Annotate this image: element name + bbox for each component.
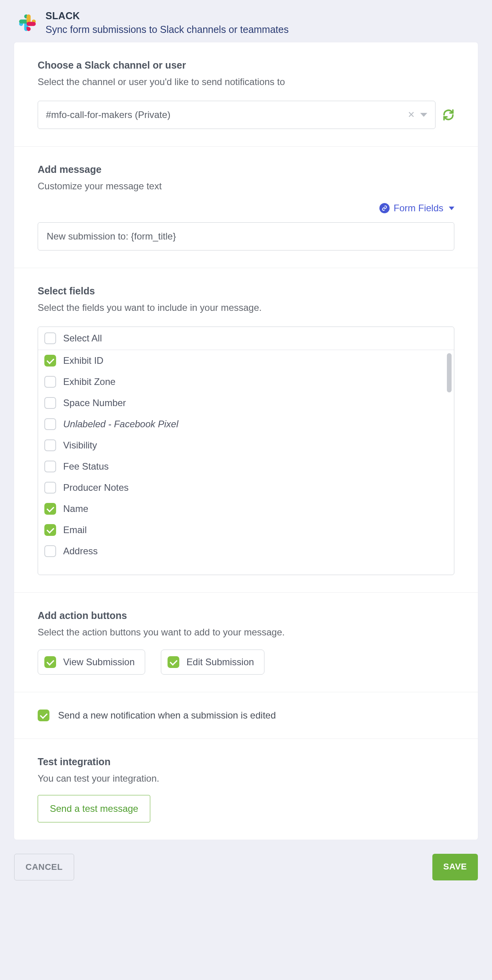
actions-title: Add action buttons [38,610,454,621]
action-checkbox[interactable] [168,656,179,668]
integration-subtitle: Sync form submissions to Slack channels … [46,24,289,35]
message-subtitle: Customize your message text [38,181,454,192]
action-label: Edit Submission [186,657,254,668]
clear-icon[interactable]: ✕ [408,110,415,120]
slack-logo-icon [16,11,36,31]
form-fields-dropdown[interactable]: Form Fields [38,203,454,214]
field-checkbox[interactable] [44,418,56,430]
field-checkbox[interactable] [44,355,56,367]
integration-title: SLACK [46,10,289,22]
field-checkbox[interactable] [44,482,56,494]
action-button-option[interactable]: View Submission [38,650,145,675]
fields-title: Select fields [38,285,454,297]
message-title: Add message [38,164,454,175]
channel-subtitle: Select the channel or user you'd like to… [38,76,454,87]
action-button-option[interactable]: Edit Submission [161,650,264,675]
field-label: Producer Notes [63,482,129,493]
field-item: Visibility [38,435,454,456]
section-fields: Select fields Select the fields you want… [14,268,478,593]
section-channel: Choose a Slack channel or user Select th… [14,42,478,147]
refresh-icon[interactable] [443,109,454,121]
test-title: Test integration [38,756,454,768]
notify-on-edit-checkbox[interactable] [38,710,49,721]
field-item: Address [38,541,454,562]
field-label: Fee Status [63,461,109,472]
field-item: Exhibit Zone [38,371,454,392]
field-label: Email [63,524,87,535]
field-checkbox[interactable] [44,545,56,557]
section-notify: Send a new notification when a submissio… [14,692,478,739]
field-label: Visibility [63,440,97,451]
integration-header: SLACK Sync form submissions to Slack cha… [14,8,478,42]
message-input[interactable]: New submission to: {form_title} [38,222,454,250]
field-item: Space Number [38,392,454,414]
field-label: Space Number [63,397,126,408]
field-checkbox[interactable] [44,376,56,388]
fields-subtitle: Select the fields you want to include in… [38,302,454,313]
select-all-checkbox[interactable] [44,332,56,344]
channel-selected-value: #mfo-call-for-makers (Private) [46,109,170,120]
save-button[interactable]: SAVE [432,854,478,880]
section-test: Test integration You can test your integ… [14,739,478,840]
scrollbar-thumb[interactable] [447,353,452,392]
actions-subtitle: Select the action buttons you want to ad… [38,627,454,638]
field-checkbox[interactable] [44,524,56,536]
field-item: Email [38,519,454,541]
notify-on-edit-label: Send a new notification when a submissio… [58,710,276,721]
channel-select[interactable]: #mfo-call-for-makers (Private) ✕ [38,101,436,129]
send-test-button[interactable]: Send a test message [38,795,150,822]
action-checkbox[interactable] [44,656,56,668]
channel-title: Choose a Slack channel or user [38,60,454,71]
chevron-down-icon[interactable] [420,113,427,117]
section-actions: Add action buttons Select the action but… [14,593,478,692]
link-icon [379,203,390,213]
field-label: Address [63,546,98,557]
test-subtitle: You can test your integration. [38,773,454,784]
section-message: Add message Customize your message text … [14,147,478,268]
field-label: Exhibit ID [63,355,104,366]
field-label: Exhibit Zone [63,376,115,387]
field-item: Unlabeled - Facebook Pixel [38,414,454,435]
field-item: Exhibit ID [38,350,454,371]
field-item: Fee Status [38,456,454,477]
field-item: Name [38,498,454,519]
field-checkbox[interactable] [44,461,56,472]
field-label: Name [63,503,88,514]
form-fields-label: Form Fields [394,203,443,214]
cancel-button[interactable]: CANCEL [14,854,74,880]
field-checkbox[interactable] [44,439,56,451]
field-item: Producer Notes [38,477,454,498]
chevron-down-icon [449,207,454,210]
field-checkbox[interactable] [44,503,56,515]
field-label: Unlabeled - Facebook Pixel [63,419,179,430]
select-all-label: Select All [63,333,102,344]
field-checkbox[interactable] [44,397,56,409]
action-label: View Submission [63,657,135,668]
